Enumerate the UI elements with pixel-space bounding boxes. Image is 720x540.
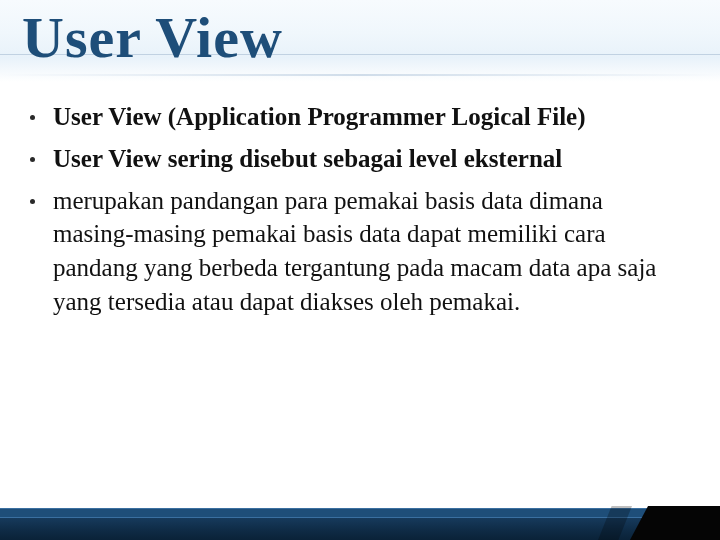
content-area: User View (Application Programmer Logica… [28,100,688,327]
bullet-icon [30,199,35,204]
list-item: merupakan pandangan para pemakai basis d… [28,184,688,319]
list-item: User View sering disebut sebagai level e… [28,142,688,176]
bullet-icon [30,115,35,120]
header-line-bottom [0,74,720,76]
footer [0,500,720,540]
bullet-text: merupakan pandangan para pemakai basis d… [53,184,688,319]
slide: User View User View (Application Program… [0,0,720,540]
bullet-text: User View sering disebut sebagai level e… [53,142,562,176]
list-item: User View (Application Programmer Logica… [28,100,688,134]
page-title: User View [22,4,283,71]
bullet-text: User View (Application Programmer Logica… [53,100,586,134]
bullet-icon [30,157,35,162]
